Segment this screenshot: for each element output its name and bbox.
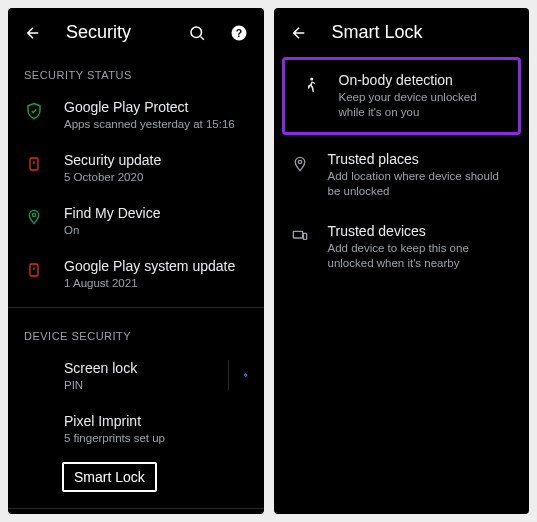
svg-point-7 <box>298 160 301 163</box>
item-title: Screen lock <box>64 360 208 376</box>
item-title: On-body detection <box>339 72 503 88</box>
location-icon <box>24 207 44 227</box>
back-icon[interactable] <box>290 24 308 42</box>
update-alert-icon <box>24 154 44 174</box>
item-subtitle: Keep your device unlocked while it's on … <box>339 90 503 120</box>
svg-point-0 <box>191 27 202 38</box>
security-screen: Security ? Security Status Google Play P… <box>8 8 264 514</box>
divider <box>8 508 264 509</box>
item-play-system-update[interactable]: Google Play system update 1 August 2021 <box>8 248 264 301</box>
section-header-status: Security Status <box>8 53 264 89</box>
item-security-update[interactable]: Security update 5 October 2020 <box>8 142 264 195</box>
item-title: Pixel Imprint <box>64 413 248 429</box>
item-play-protect[interactable]: Google Play Protect Apps scanned yesterd… <box>8 89 264 142</box>
back-icon[interactable] <box>24 24 42 42</box>
walk-icon <box>301 75 321 95</box>
item-title: Find My Device <box>64 205 248 221</box>
item-subtitle: Apps scanned yesterday at 15:16 <box>64 117 248 132</box>
item-title: Trusted devices <box>328 223 514 239</box>
section-header-device: Device Security <box>8 314 264 350</box>
item-screen-lock[interactable]: Screen lock PIN <box>8 350 264 403</box>
item-subtitle: PIN <box>64 378 208 393</box>
item-find-my-device[interactable]: Find My Device On <box>8 195 264 248</box>
item-trusted-places[interactable]: Trusted places Add location where device… <box>274 139 530 211</box>
item-subtitle: 5 October 2020 <box>64 170 248 185</box>
smart-lock-screen: Smart Lock On-body detection Keep your d… <box>274 8 530 514</box>
item-title: Trusted places <box>328 151 514 167</box>
svg-rect-8 <box>293 231 302 238</box>
svg-rect-9 <box>303 233 306 239</box>
update-alert-icon <box>24 260 44 280</box>
item-title: Smart Lock <box>74 469 145 485</box>
item-on-body-detection[interactable]: On-body detection Keep your device unloc… <box>285 60 519 132</box>
item-subtitle: Add device to keep this one unlocked whe… <box>328 241 514 271</box>
smart-lock-header: Smart Lock <box>274 8 530 53</box>
item-subtitle: Add location where device should be unlo… <box>328 169 514 199</box>
security-header: Security ? <box>8 8 264 53</box>
gear-icon[interactable] <box>228 360 248 390</box>
svg-point-6 <box>310 78 313 81</box>
item-subtitle: On <box>64 223 248 238</box>
shield-check-icon <box>24 101 44 121</box>
place-icon <box>290 154 310 174</box>
item-subtitle: 5 fingerprints set up <box>64 431 248 446</box>
item-subtitle: 1 August 2021 <box>64 276 248 291</box>
page-title: Smart Lock <box>332 22 514 43</box>
page-title: Security <box>66 22 164 43</box>
highlight-on-body: On-body detection Keep your device unloc… <box>282 57 522 135</box>
item-trusted-devices[interactable]: Trusted devices Add device to keep this … <box>274 211 530 283</box>
svg-text:?: ? <box>235 26 241 38</box>
item-pixel-imprint[interactable]: Pixel Imprint 5 fingerprints set up <box>8 403 264 456</box>
divider <box>8 307 264 308</box>
devices-icon <box>290 226 310 246</box>
item-smart-lock[interactable]: Smart Lock <box>62 462 157 492</box>
svg-point-4 <box>32 213 35 216</box>
item-title: Google Play system update <box>64 258 248 274</box>
help-icon[interactable]: ? <box>230 24 248 42</box>
item-title: Security update <box>64 152 248 168</box>
search-icon[interactable] <box>188 24 206 42</box>
item-title: Google Play Protect <box>64 99 248 115</box>
